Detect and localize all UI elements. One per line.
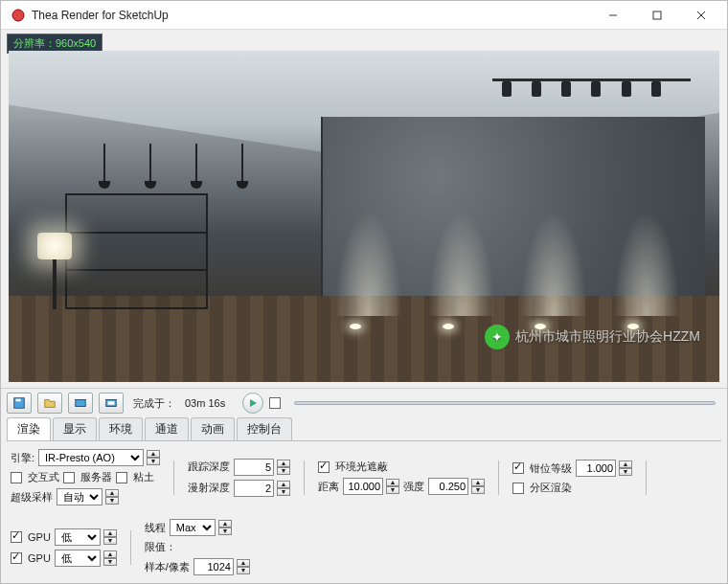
- engine-spinner[interactable]: ▲▼: [147, 450, 160, 465]
- engine-label: 引擎:: [11, 451, 34, 465]
- tab-console[interactable]: 控制台: [237, 417, 292, 440]
- minimize-button[interactable]: [591, 1, 635, 30]
- svg-marker-10: [250, 399, 257, 407]
- loop-checkbox[interactable]: [269, 397, 281, 409]
- tab-environment[interactable]: 环境: [99, 417, 143, 440]
- clamp-label: 钳位等级: [530, 461, 572, 476]
- close-button[interactable]: [679, 1, 723, 30]
- clamp-spinner[interactable]: ▲▼: [619, 460, 632, 476]
- threads-spinner[interactable]: ▲▼: [218, 520, 232, 535]
- tab-render[interactable]: 渲染: [7, 417, 51, 440]
- samples-spinner[interactable]: ▲▼: [237, 559, 250, 574]
- progress-slider[interactable]: [294, 401, 716, 405]
- interactive-label: 交互式: [28, 470, 59, 484]
- gpu1-priority-select[interactable]: 低: [55, 528, 101, 546]
- samples-label: 样本/像素: [145, 560, 190, 574]
- supersampling-spinner[interactable]: ▲▼: [105, 489, 119, 505]
- titlebar: Thea Render for SketchUp: [1, 1, 727, 30]
- region-checkbox[interactable]: [512, 483, 524, 494]
- control-panel: 完成于： 03m 16s 渲染 显示 环境 通道 动画 控制台 引擎: IR-P…: [1, 388, 727, 583]
- tab-animation[interactable]: 动画: [191, 417, 235, 440]
- diffuse-depth-label: 漫射深度: [188, 481, 230, 495]
- ao-distance-input[interactable]: [343, 478, 383, 495]
- ao-distance-label: 距离: [318, 480, 339, 494]
- threads-label: 线程: [145, 521, 166, 535]
- svg-rect-7: [76, 400, 86, 407]
- maximize-button[interactable]: [635, 1, 679, 30]
- svg-rect-9: [108, 401, 115, 405]
- gpu2-label: GPU: [28, 552, 51, 564]
- gpu2-spinner[interactable]: ▲▼: [103, 550, 117, 566]
- supersampling-label: 超级采样: [11, 490, 53, 505]
- ao-label: 环境光遮蔽: [335, 460, 388, 474]
- ao-intensity-input[interactable]: [428, 478, 468, 495]
- tab-channels[interactable]: 通道: [145, 417, 189, 440]
- diffuse-depth-input[interactable]: [234, 480, 274, 497]
- app-icon: [11, 8, 26, 23]
- watermark: ✦ 杭州市城市照明行业协会HZZM: [485, 325, 700, 349]
- clamp-input[interactable]: [576, 460, 616, 477]
- resolution-label: 分辨率：: [13, 37, 56, 49]
- resolution-value: 960x540: [56, 37, 96, 49]
- svg-point-0: [12, 10, 24, 21]
- gpu1-label: GPU: [28, 531, 51, 543]
- interactive-checkbox[interactable]: [11, 472, 22, 483]
- fit-button[interactable]: [99, 393, 124, 414]
- render-viewport[interactable]: ✦ 杭州市城市照明行业协会HZZM: [9, 51, 719, 382]
- gpu1-checkbox[interactable]: [11, 531, 22, 543]
- ao-distance-spinner[interactable]: ▲▼: [386, 479, 399, 494]
- svg-rect-2: [653, 11, 661, 19]
- tracing-depth-label: 跟踪深度: [188, 460, 230, 474]
- threads-select[interactable]: Max: [170, 519, 216, 536]
- clamp-checkbox[interactable]: [512, 462, 524, 474]
- ao-intensity-spinner[interactable]: ▲▼: [471, 479, 485, 494]
- gpu1-spinner[interactable]: ▲▼: [103, 529, 117, 545]
- samples-input[interactable]: [193, 558, 234, 575]
- tab-bar: 渲染 显示 环境 通道 动画 控制台: [7, 417, 721, 441]
- wechat-icon: ✦: [485, 325, 510, 349]
- region-label: 分区渲染: [530, 481, 572, 495]
- ao-intensity-label: 强度: [403, 480, 424, 494]
- tab-display[interactable]: 显示: [53, 417, 97, 440]
- save-image-button[interactable]: [7, 393, 32, 414]
- status-done-label: 完成于：: [133, 396, 175, 411]
- engine-select[interactable]: IR-Presto (AO): [38, 449, 144, 466]
- limit-label: 限值：: [145, 540, 176, 554]
- clay-checkbox[interactable]: [116, 472, 127, 483]
- svg-rect-6: [16, 399, 21, 402]
- open-image-button[interactable]: [37, 393, 62, 414]
- diffuse-depth-spinner[interactable]: ▲▼: [277, 481, 290, 496]
- watermark-text: 杭州市城市照明行业协会HZZM: [515, 328, 700, 346]
- viewport-area: 分辨率：960x540 ✦ 杭州市城市照明行业协会HZZM: [1, 30, 727, 388]
- tracing-depth-input[interactable]: [234, 459, 274, 476]
- supersampling-select[interactable]: 自动: [57, 488, 102, 505]
- gpu2-priority-select[interactable]: 低: [55, 550, 101, 567]
- ao-checkbox[interactable]: [318, 461, 330, 473]
- window-title: Thea Render for SketchUp: [32, 9, 591, 22]
- clay-label: 粘土: [133, 470, 154, 484]
- play-button[interactable]: [242, 393, 263, 414]
- tracing-depth-spinner[interactable]: ▲▼: [277, 460, 290, 475]
- status-elapsed: 03m 16s: [185, 397, 225, 409]
- server-checkbox[interactable]: [63, 472, 75, 483]
- server-label: 服务器: [80, 470, 112, 484]
- refresh-button[interactable]: [68, 393, 93, 414]
- gpu2-checkbox[interactable]: [11, 552, 22, 564]
